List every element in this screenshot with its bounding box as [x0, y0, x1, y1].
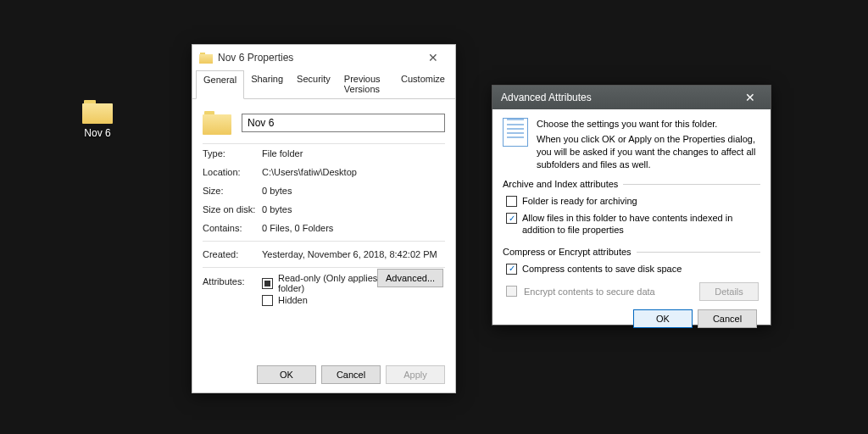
advanced-description: When you click OK or Apply on the Proper…: [537, 133, 760, 171]
advanced-title: Advanced Attributes: [501, 92, 733, 103]
readonly-checkbox[interactable]: [262, 278, 273, 289]
tab-general[interactable]: General: [196, 70, 244, 99]
encrypt-label: Encrypt contents to secure data: [524, 287, 693, 297]
cancel-button[interactable]: Cancel: [698, 309, 757, 328]
sizeondisk-label: Size on disk:: [203, 204, 262, 214]
compress-checkbox[interactable]: ✓: [506, 264, 517, 275]
folder-icon: [199, 53, 213, 64]
ok-button[interactable]: OK: [257, 365, 316, 384]
location-label: Location:: [203, 167, 262, 177]
archive-group-label: Archive and Index attributes: [503, 179, 623, 189]
folder-name-input[interactable]: [242, 114, 445, 132]
folder-icon: [203, 111, 231, 135]
hidden-label: Hidden: [278, 295, 308, 305]
created-label: Created:: [203, 249, 262, 259]
advanced-attributes-dialog: Advanced Attributes ✕ Choose the setting…: [492, 85, 771, 326]
cancel-button[interactable]: Cancel: [321, 365, 381, 384]
hidden-checkbox[interactable]: [262, 295, 273, 306]
contains-label: Contains:: [203, 223, 262, 233]
size-label: Size:: [203, 186, 262, 196]
contains-value: 0 Files, 0 Folders: [262, 223, 445, 233]
encrypt-checkbox: [506, 286, 517, 297]
allow-index-label: Allow files in this folder to have conte…: [522, 213, 759, 236]
desktop-folder-label: Nov 6: [72, 127, 123, 139]
location-value: C:\Users\fatiw\Desktop: [262, 167, 445, 177]
allow-index-checkbox[interactable]: ✓: [506, 213, 517, 224]
advanced-heading: Choose the settings you want for this fo…: [537, 118, 760, 131]
tab-sharing[interactable]: Sharing: [244, 70, 290, 98]
ready-archiving-checkbox[interactable]: [506, 196, 517, 207]
close-icon[interactable]: ✕: [416, 45, 450, 70]
created-value: Yesterday, November 6, 2018, 8:42:02 PM: [262, 249, 445, 259]
details-button: Details: [699, 282, 759, 301]
type-label: Type:: [203, 148, 262, 159]
properties-title: Nov 6 Properties: [218, 52, 416, 64]
attributes-label: Attributes:: [203, 275, 262, 287]
tab-previous-versions[interactable]: Previous Versions: [337, 70, 394, 98]
properties-dialog: Nov 6 Properties ✕ General Sharing Secur…: [192, 44, 456, 393]
tab-security[interactable]: Security: [290, 70, 337, 98]
folder-icon: [82, 100, 113, 124]
type-value: File folder: [262, 148, 445, 159]
advanced-button[interactable]: Advanced...: [377, 269, 443, 287]
sizeondisk-value: 0 bytes: [262, 204, 445, 214]
desktop-folder[interactable]: Nov 6: [72, 100, 123, 139]
compress-label: Compress contents to save disk space: [522, 264, 682, 274]
properties-titlebar[interactable]: Nov 6 Properties ✕: [192, 45, 455, 70]
close-icon[interactable]: ✕: [733, 86, 767, 109]
properties-tabs: General Sharing Security Previous Versio…: [192, 70, 455, 99]
ok-button[interactable]: OK: [633, 309, 693, 328]
document-list-icon: [503, 118, 528, 147]
apply-button[interactable]: Apply: [386, 365, 445, 384]
tab-customize[interactable]: Customize: [394, 70, 452, 98]
size-value: 0 bytes: [262, 186, 445, 196]
compress-group-label: Compress or Encrypt attributes: [503, 247, 637, 257]
advanced-titlebar[interactable]: Advanced Attributes ✕: [492, 86, 771, 109]
ready-archiving-label: Folder is ready for archiving: [522, 196, 637, 206]
